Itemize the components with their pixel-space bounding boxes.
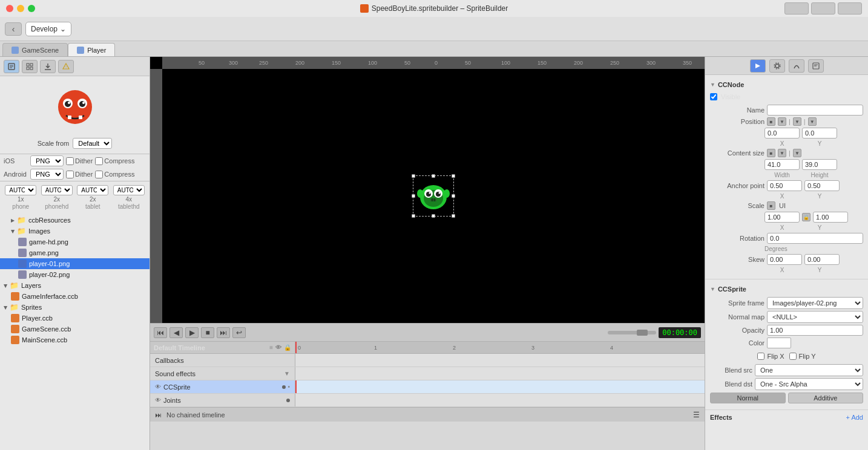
ios-format-select[interactable]: PNG (30, 155, 64, 166)
timeline-options-button[interactable]: ☰ (693, 411, 700, 419)
flip-y-checkbox[interactable] (789, 353, 797, 360)
ccsprite-dot[interactable] (282, 385, 286, 389)
flip-x-label[interactable]: Flip X (757, 353, 784, 360)
name-input[interactable] (767, 105, 863, 116)
anchor-y-input[interactable] (804, 180, 840, 191)
flip-x-checkbox[interactable] (757, 353, 764, 360)
tree-item-gamescene-ccb[interactable]: GameScene.ccb (0, 324, 150, 334)
rewind-button[interactable]: ⏮ (154, 327, 167, 338)
tab-player[interactable]: Player (68, 43, 115, 56)
opacity-input[interactable] (767, 325, 863, 336)
stop-button[interactable]: ■ (201, 327, 214, 338)
play-to-end-button[interactable]: ⏭ (217, 327, 230, 338)
scale-x-input[interactable] (764, 212, 800, 223)
additive-button[interactable]: Additive (788, 393, 864, 403)
tablethd-scale-select[interactable]: AUTO (113, 185, 145, 195)
sprite-player[interactable] (415, 178, 452, 214)
record-button[interactable]: ↩ (232, 327, 246, 338)
inspector-code-button[interactable] (808, 59, 824, 73)
handle-bc[interactable] (432, 214, 435, 218)
ios-compress-checkbox[interactable] (95, 157, 103, 165)
anchor-x-input[interactable] (767, 180, 802, 191)
skew-y-input[interactable] (804, 254, 840, 265)
ccsprite-content[interactable] (295, 380, 705, 393)
canvas-area[interactable]: 50 300 250 200 150 100 50 0 50 100 150 2… (150, 57, 705, 323)
inspector-gear-button[interactable] (769, 59, 785, 73)
phone-scale-select[interactable]: AUTO (5, 185, 36, 195)
width-input[interactable] (764, 159, 800, 170)
step-back-button[interactable]: ◀ (169, 327, 183, 338)
content-size-corner-btn[interactable]: ▼ (793, 149, 801, 157)
android-dither-label[interactable]: Dither (66, 171, 93, 178)
position-abs-btn[interactable]: ▼ (778, 117, 786, 126)
ios-dither-checkbox[interactable] (66, 157, 74, 165)
close-button[interactable] (6, 5, 13, 12)
joints-eye-icon[interactable]: 👁 (155, 397, 161, 403)
back-button[interactable]: ‹ (5, 22, 22, 36)
content-toggle-button[interactable] (811, 2, 835, 15)
ccnode-toggle[interactable]: ▼ (710, 82, 715, 88)
scale-type-btn[interactable]: ■ (767, 201, 775, 210)
rotation-input[interactable] (767, 233, 863, 244)
download-button[interactable] (40, 60, 56, 73)
tree-item-game[interactable]: game.png (0, 247, 150, 258)
handle-tl[interactable] (412, 174, 415, 178)
handle-bl[interactable] (412, 214, 415, 218)
tree-item-images[interactable]: ▶ 📁 Images (0, 226, 150, 236)
handle-br[interactable] (452, 214, 455, 218)
tree-item-player-ccb[interactable]: Player.ccb (0, 313, 150, 324)
phonehd-scale-select[interactable]: AUTO (41, 185, 73, 195)
playhead[interactable] (295, 342, 297, 353)
scale-dropdown[interactable]: Default (73, 138, 112, 149)
skew-x-input[interactable] (767, 254, 802, 265)
sidebar-toggle-button[interactable] (784, 2, 809, 15)
timeline-lock-icon[interactable]: 🔒 (284, 344, 291, 351)
handle-ml[interactable] (412, 194, 415, 198)
tree-item-sprites[interactable]: ▶ 📁 Sprites (0, 302, 150, 313)
inspector-toggle-button[interactable] (838, 2, 862, 15)
position-rel-btn[interactable]: ▼ (793, 117, 801, 126)
ios-compress-label[interactable]: Compress (95, 157, 134, 165)
sound-effects-chevron[interactable]: ▼ (284, 370, 290, 377)
callbacks-content[interactable] (295, 354, 705, 367)
file-view-button[interactable] (4, 60, 19, 73)
tree-item-player01[interactable]: player-01.png (0, 258, 150, 269)
flip-y-label[interactable]: Flip Y (789, 353, 816, 360)
normal-button[interactable]: Normal (710, 393, 786, 403)
joints-dot[interactable] (286, 399, 290, 402)
ccsprite-chevron[interactable]: • (288, 383, 290, 390)
handle-tc[interactable] (432, 174, 435, 178)
timeline-scrubber[interactable] (608, 331, 656, 334)
ccsprite-toggle[interactable]: ▼ (710, 286, 715, 292)
scale-lock-btn[interactable]: 🔒 (802, 213, 810, 221)
minimize-button[interactable] (17, 5, 24, 12)
add-effect-button[interactable]: + Add (846, 414, 863, 421)
scrubber-thumb[interactable] (637, 330, 648, 336)
inspector-arrow-button[interactable] (750, 59, 766, 73)
tablet-scale-select[interactable]: AUTO (77, 185, 108, 195)
blend-dst-select[interactable]: One - Src Alpha (755, 378, 863, 390)
ccsprite-eye-icon[interactable]: 👁 (155, 383, 161, 390)
joints-content[interactable] (295, 394, 705, 406)
content-size-rel-btn[interactable]: ▼ (778, 149, 786, 157)
android-format-select[interactable]: PNG (30, 169, 64, 180)
tab-gamescene[interactable]: GameScene (2, 43, 68, 56)
tree-item-layers[interactable]: ▶ 📁 Layers (0, 280, 150, 291)
tree-item-player02[interactable]: player-02.png (0, 269, 150, 280)
develop-dropdown[interactable]: Develop ⌄ (25, 22, 71, 36)
scale-y-input[interactable] (813, 212, 848, 223)
normal-map-select[interactable]: <NULL> (767, 311, 863, 323)
ios-dither-label[interactable]: Dither (66, 157, 93, 165)
timeline-menu-icon[interactable]: ≡ (269, 344, 273, 351)
canvas-content[interactable] (162, 69, 705, 323)
blend-src-select[interactable]: One (755, 364, 863, 376)
position-corner-btn[interactable]: ▼ (808, 117, 817, 126)
timeline-eye-icon[interactable]: 👁 (275, 344, 281, 351)
position-x-input[interactable] (764, 128, 800, 139)
warning-button[interactable]: ! (58, 60, 74, 73)
content-size-type-btn[interactable]: ■ (767, 149, 775, 157)
sound-effects-content[interactable] (295, 367, 705, 380)
maximize-button[interactable] (28, 5, 35, 12)
sprite-frame-select[interactable]: Images/player-02.png (767, 297, 863, 309)
tree-item-mainscene-ccb[interactable]: MainScene.ccb (0, 334, 150, 345)
